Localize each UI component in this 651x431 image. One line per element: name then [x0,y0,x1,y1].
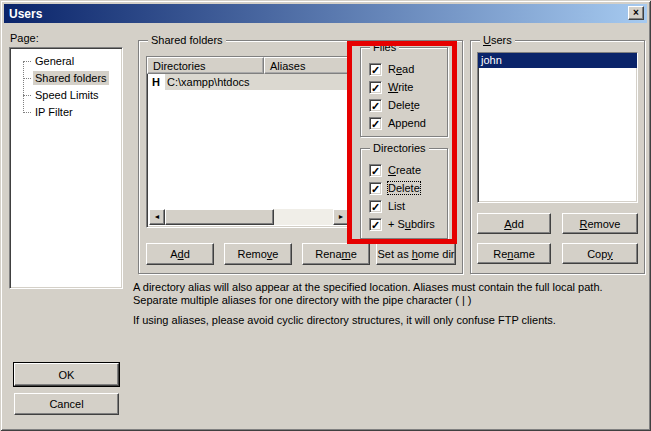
checkmark-icon: ✓ [370,165,381,177]
label-part: m [342,248,351,260]
label-part: emove [587,218,620,230]
label-part: A [504,218,511,230]
checkbox-label: List [388,200,405,212]
label-part: reate [396,164,421,176]
label-part: bdirs [411,218,435,230]
shared-remove-button[interactable]: Remove [224,243,292,265]
checkmark-icon: ✓ [370,183,381,195]
scroll-right-icon[interactable]: ► [333,209,349,225]
page-item-ip-filter[interactable]: IP Filter [10,104,122,121]
checkbox-icon[interactable]: ✓ [369,63,382,76]
users-group-label: Users [480,34,515,46]
page-item-label: Shared folders [33,71,109,85]
label-part: Dele [388,99,411,111]
label-part: e [414,99,420,111]
checkbox-subdirs[interactable]: ✓ + Subdirs [369,215,443,233]
checkmark-icon: ✓ [370,201,381,213]
checkmark-icon: ✓ [370,219,381,231]
checkmark-icon: ✓ [370,100,381,112]
page-tree[interactable]: General Shared folders Speed Limits IP F… [9,47,123,289]
listview-header: Directories Aliases [147,57,351,74]
label-part: W [388,81,398,93]
users-remove-button[interactable]: Remove [562,213,638,234]
user-item-john[interactable]: john [478,53,637,68]
checkbox-label: Append [388,117,426,129]
directory-row[interactable]: H C:\xampp\htdocs [147,74,351,90]
page-item-label: Speed Limits [33,88,101,102]
scroll-left-icon[interactable]: ◄ [149,209,165,225]
label-part: Set as [377,248,411,260]
checkmark-icon: ✓ [370,118,381,130]
label-part: dd [512,218,524,230]
checkmark-icon: ✓ [370,82,381,94]
label-part: U [483,34,491,46]
label-part: e [351,248,357,260]
checkbox-list[interactable]: ✓ List [369,197,443,215]
page-label: Page: [10,32,39,44]
label-part: ome dir [418,248,455,260]
shared-rename-button[interactable]: Rename [302,243,370,265]
label-part: Remo [238,248,267,260]
horizontal-scrollbar[interactable]: ◄ ► [149,209,349,225]
directories-listview[interactable]: Directories Aliases H C:\xampp\htdocs ◄ … [146,56,352,228]
page-item-general[interactable]: General [10,53,122,70]
label-part: Delete [388,182,420,194]
checkmark-icon: ✓ [370,64,381,76]
set-as-home-dir-button[interactable]: Set as home dir [376,243,456,265]
users-copy-button[interactable]: Copy [562,243,638,264]
checkbox-label: + Subdirs [388,218,435,230]
checkbox-label: Read [388,63,414,75]
checkbox-icon[interactable]: ✓ [369,99,382,112]
checkbox-label: Delete [388,99,420,111]
directories-group-label: Directories [370,142,429,154]
checkbox-icon[interactable]: ✓ [369,117,382,130]
scrollbar-track[interactable] [274,209,333,225]
label-part: Re [493,248,507,260]
label-part: e [272,248,278,260]
checkbox-icon[interactable]: ✓ [369,200,382,213]
checkbox-icon[interactable]: ✓ [369,182,382,195]
checkbox-read[interactable]: ✓ Read [369,60,443,78]
column-header-aliases[interactable]: Aliases [264,57,351,74]
label-part: ad [402,63,414,75]
shared-folders-group-label: Shared folders [148,34,226,46]
checkbox-delete-files[interactable]: ✓ Delete [369,96,443,114]
page-item-label: General [33,54,76,68]
checkbox-icon[interactable]: ✓ [369,164,382,177]
checkbox-icon[interactable]: ✓ [369,81,382,94]
checkbox-write[interactable]: ✓ Write [369,78,443,96]
ok-button[interactable]: OK [14,363,119,386]
label-part: C [388,164,396,176]
shared-add-button[interactable]: Add [146,243,214,265]
home-dir-marker: H [152,76,165,88]
label-part: A [170,248,177,260]
column-header-directories[interactable]: Directories [147,57,264,74]
label-part: y [607,248,613,260]
alias-note-1: A directory alias will also appear at th… [133,281,648,307]
users-rename-button[interactable]: Rename [477,243,551,264]
checkbox-append[interactable]: ✓ Append [369,114,443,132]
checkbox-label: Write [388,81,413,93]
checkbox-delete-dirs[interactable]: ✓ Delete [369,179,443,197]
titlebar[interactable]: Users × [4,4,647,23]
label-part: List [388,200,405,212]
label-part: rite [398,81,413,93]
page-item-speed-limits[interactable]: Speed Limits [10,87,122,104]
checkbox-create[interactable]: ✓ Create [369,161,443,179]
label-part: Rena [315,248,341,260]
checkbox-label: Create [388,164,421,176]
page-item-label: IP Filter [33,105,75,119]
scrollbar-thumb[interactable] [165,209,274,225]
users-add-button[interactable]: Add [477,213,551,234]
window-title: Users [9,7,42,21]
cancel-button[interactable]: Cancel [14,393,119,415]
page-item-shared-folders[interactable]: Shared folders [10,70,122,87]
label-part: Append [388,117,426,129]
label-part: d [184,248,190,260]
directories-group: Directories ✓ Create ✓ Delete ✓ List ✓ +… [360,148,448,239]
files-group: Files ✓ Read ✓ Write ✓ Delete ✓ Append [360,47,448,137]
checkbox-icon[interactable]: ✓ [369,218,382,231]
close-icon[interactable]: × [628,6,644,20]
alias-note-2: If using aliases, please avoid cyclic di… [133,314,648,327]
users-listbox[interactable]: john [477,52,638,203]
